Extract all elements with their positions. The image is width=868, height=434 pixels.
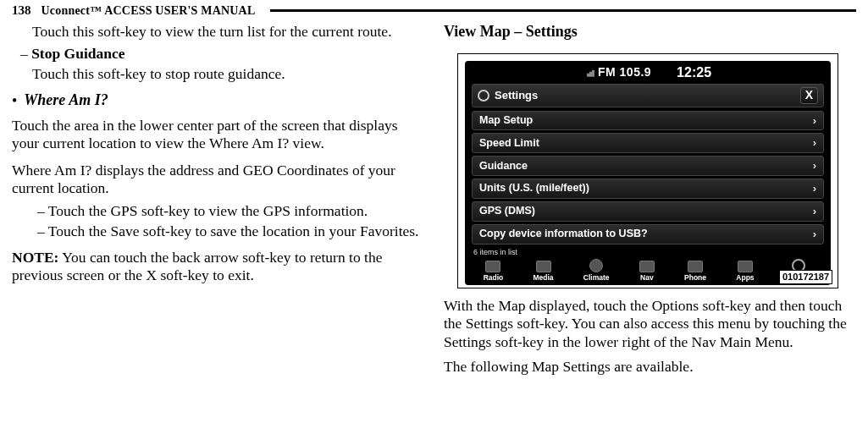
chevron-right-icon: › <box>813 205 816 218</box>
note-label: NOTE: <box>12 249 58 266</box>
view-map-settings-heading: View Map – Settings <box>444 23 852 41</box>
list-item-label: Units (U.S. (mile/feet)) <box>479 182 589 195</box>
page-number: 138 <box>12 3 31 18</box>
list-item[interactable]: Speed Limit› <box>472 133 824 153</box>
media-icon <box>536 261 551 272</box>
phone-icon <box>688 261 703 272</box>
subitem-gps-text: Touch the GPS soft-key to view the GPS i… <box>48 202 368 219</box>
nav-apps[interactable]: Apps <box>736 261 754 282</box>
nav-radio[interactable]: Radio <box>484 261 504 282</box>
device-screenshot-figure: FM 105.9 12:25 Settings X Map Setup› Spe <box>457 53 838 288</box>
signal-icon <box>584 69 594 77</box>
bullet-dot-icon: • <box>12 93 17 108</box>
gear-icon <box>478 90 489 102</box>
device-screen: FM 105.9 12:25 Settings X Map Setup› Spe <box>465 61 831 285</box>
list-item-label: Guidance <box>479 160 528 173</box>
note-paragraph: NOTE: You can touch the back arrow soft-… <box>12 249 425 285</box>
stop-guidance-heading: Stop Guidance <box>31 45 124 62</box>
settings-title-bar: Settings X <box>472 84 824 107</box>
page-header: 138 Uconnect™ ACCESS USER'S MANUAL <box>12 3 856 18</box>
list-item-label: Map Setup <box>479 114 533 127</box>
bullet-where-am-i: • Where Am I? <box>12 91 425 110</box>
figure-id-label: 010172187 <box>779 270 832 284</box>
p-right-body-2: The following Map Settings are available… <box>444 358 852 376</box>
p-where-body-1: Touch the area in the lower center part … <box>12 117 425 153</box>
chevron-right-icon: › <box>813 182 816 195</box>
list-item[interactable]: Copy device information to USB?› <box>472 224 824 244</box>
nav-climate[interactable]: Climate <box>583 259 610 282</box>
note-body: You can touch the back arrow soft-key to… <box>12 249 382 283</box>
radio-icon <box>485 261 500 272</box>
nav-icon <box>639 261 655 272</box>
climate-icon <box>589 259 603 272</box>
nav-phone[interactable]: Phone <box>684 261 706 282</box>
p-right-body-1: With the Map displayed, touch the Option… <box>444 297 852 351</box>
where-am-i-heading: Where Am I? <box>24 91 108 110</box>
nav-nav[interactable]: Nav <box>639 261 655 282</box>
list-item[interactable]: GPS (DMS)› <box>472 201 824 222</box>
p-touch-turnlist: Touch this soft-key to view the turn lis… <box>12 23 425 41</box>
nav-label: Apps <box>736 273 754 282</box>
nav-label: Radio <box>484 273 504 282</box>
p-stop-guidance-body: Touch this soft-key to stop route guidan… <box>12 65 425 83</box>
item-stop-guidance: – Stop Guidance <box>12 45 425 63</box>
manual-title: Uconnect™ ACCESS USER'S MANUAL <box>41 4 256 18</box>
close-button[interactable]: X <box>800 87 818 103</box>
settings-bar-label: Settings <box>495 89 538 102</box>
chevron-right-icon: › <box>813 136 816 150</box>
nav-label: Nav <box>640 273 654 282</box>
apps-icon <box>738 261 753 272</box>
nav-label: Climate <box>583 273 610 282</box>
chevron-right-icon: › <box>813 159 816 173</box>
list-item[interactable]: Guidance› <box>472 156 824 176</box>
list-item[interactable]: Units (U.S. (mile/feet))› <box>472 179 824 199</box>
nav-label: Phone <box>684 273 706 282</box>
status-bar: FM 105.9 12:25 <box>465 61 831 83</box>
nav-label: Media <box>534 273 554 282</box>
header-rule <box>270 9 856 12</box>
subitem-save: – Touch the Save soft-key to save the lo… <box>12 222 425 240</box>
list-item-label: Speed Limit <box>479 137 539 150</box>
subitem-gps: – Touch the GPS soft-key to view the GPS… <box>12 202 425 220</box>
right-column: View Map – Settings FM 105.9 12:25 <box>444 23 852 426</box>
bottom-nav: Radio Media Climate Nav Phone Apps Setti… <box>465 257 831 285</box>
list-item[interactable]: Map Setup› <box>472 111 824 131</box>
radio-station-label: FM 105.9 <box>598 65 651 80</box>
chevron-right-icon: › <box>813 114 816 128</box>
subitem-save-text: Touch the Save soft-key to save the loca… <box>48 222 419 239</box>
left-column: Touch this soft-key to view the turn lis… <box>12 23 425 426</box>
list-item-label: GPS (DMS) <box>479 205 535 217</box>
items-count-label: 6 items in list <box>473 248 831 257</box>
clock-label: 12:25 <box>677 64 711 81</box>
list-item-label: Copy device information to USB? <box>479 228 648 240</box>
chevron-right-icon: › <box>813 228 816 241</box>
nav-media[interactable]: Media <box>534 261 554 282</box>
p-where-body-2: Where Am I? displays the address and GEO… <box>12 162 425 198</box>
settings-list: Map Setup› Speed Limit› Guidance› Units … <box>472 111 824 244</box>
